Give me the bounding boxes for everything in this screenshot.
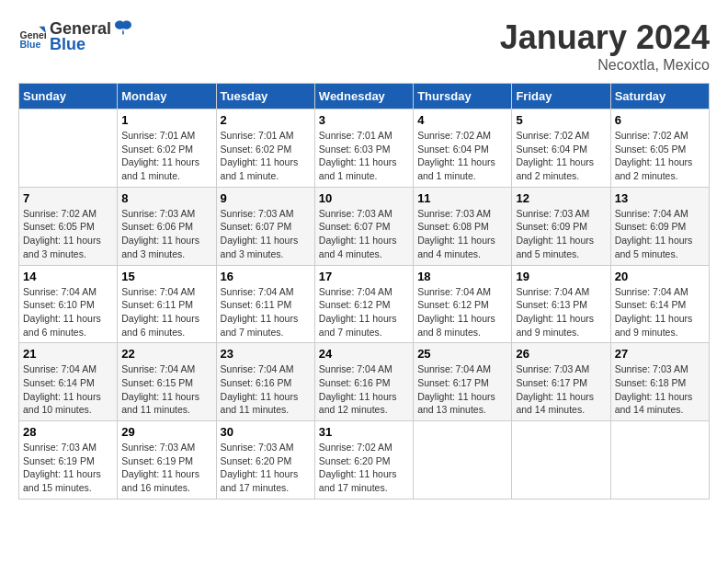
calendar-cell: 22Sunrise: 7:04 AM Sunset: 6:15 PM Dayli… xyxy=(118,343,216,421)
calendar-cell: 8Sunrise: 7:03 AM Sunset: 6:06 PM Daylig… xyxy=(118,187,216,265)
calendar-cell: 20Sunrise: 7:04 AM Sunset: 6:14 PM Dayli… xyxy=(610,265,709,343)
day-number: 4 xyxy=(417,113,507,127)
day-number: 19 xyxy=(516,270,606,283)
calendar-body: 1Sunrise: 7:01 AM Sunset: 6:02 PM Daylig… xyxy=(19,109,710,500)
day-info: Sunrise: 7:03 AM Sunset: 6:20 PM Dayligh… xyxy=(221,441,311,495)
title-area: January 2024 Necoxtla, Mexico xyxy=(500,18,710,74)
calendar-cell: 4Sunrise: 7:02 AM Sunset: 6:04 PM Daylig… xyxy=(414,109,512,188)
calendar-cell: 7Sunrise: 7:02 AM Sunset: 6:05 PM Daylig… xyxy=(19,187,118,265)
day-info: Sunrise: 7:03 AM Sunset: 6:09 PM Dayligh… xyxy=(516,207,606,261)
weekday-header-monday: Monday xyxy=(118,84,216,109)
calendar-cell: 3Sunrise: 7:01 AM Sunset: 6:03 PM Daylig… xyxy=(314,109,413,188)
calendar-cell xyxy=(610,421,709,500)
calendar-cell: 17Sunrise: 7:04 AM Sunset: 6:12 PM Dayli… xyxy=(314,265,413,343)
day-info: Sunrise: 7:02 AM Sunset: 6:20 PM Dayligh… xyxy=(319,441,409,495)
day-info: Sunrise: 7:02 AM Sunset: 6:04 PM Dayligh… xyxy=(417,129,507,183)
calendar-cell: 10Sunrise: 7:03 AM Sunset: 6:07 PM Dayli… xyxy=(314,187,413,265)
day-number: 9 xyxy=(221,191,311,205)
day-number: 21 xyxy=(23,347,113,361)
calendar-cell xyxy=(414,421,512,500)
calendar-table: SundayMondayTuesdayWednesdayThursdayFrid… xyxy=(18,83,710,500)
day-number: 1 xyxy=(121,113,211,127)
calendar-cell: 11Sunrise: 7:03 AM Sunset: 6:08 PM Dayli… xyxy=(414,187,512,265)
day-number: 10 xyxy=(319,191,409,205)
day-number: 29 xyxy=(121,425,211,439)
calendar-cell: 21Sunrise: 7:04 AM Sunset: 6:14 PM Dayli… xyxy=(19,343,118,421)
day-info: Sunrise: 7:04 AM Sunset: 6:12 PM Dayligh… xyxy=(319,285,409,339)
calendar-cell: 5Sunrise: 7:02 AM Sunset: 6:04 PM Daylig… xyxy=(512,109,610,188)
day-info: Sunrise: 7:03 AM Sunset: 6:19 PM Dayligh… xyxy=(23,441,113,495)
day-info: Sunrise: 7:04 AM Sunset: 6:14 PM Dayligh… xyxy=(615,285,705,339)
calendar-cell xyxy=(19,109,118,188)
day-number: 17 xyxy=(319,270,409,283)
day-number: 31 xyxy=(319,425,409,439)
calendar-cell: 27Sunrise: 7:03 AM Sunset: 6:18 PM Dayli… xyxy=(610,343,709,421)
day-info: Sunrise: 7:01 AM Sunset: 6:02 PM Dayligh… xyxy=(221,129,311,183)
calendar-cell: 28Sunrise: 7:03 AM Sunset: 6:19 PM Dayli… xyxy=(19,421,118,500)
calendar-cell: 13Sunrise: 7:04 AM Sunset: 6:09 PM Dayli… xyxy=(610,187,709,265)
calendar-cell: 14Sunrise: 7:04 AM Sunset: 6:10 PM Dayli… xyxy=(19,265,118,343)
day-info: Sunrise: 7:03 AM Sunset: 6:08 PM Dayligh… xyxy=(417,207,507,261)
calendar-cell: 19Sunrise: 7:04 AM Sunset: 6:13 PM Dayli… xyxy=(512,265,610,343)
day-number: 2 xyxy=(221,113,311,127)
day-number: 23 xyxy=(221,347,311,361)
calendar-cell xyxy=(512,421,610,500)
day-number: 11 xyxy=(417,191,507,205)
day-info: Sunrise: 7:04 AM Sunset: 6:11 PM Dayligh… xyxy=(121,285,211,339)
day-info: Sunrise: 7:04 AM Sunset: 6:09 PM Dayligh… xyxy=(615,207,705,261)
calendar-cell: 18Sunrise: 7:04 AM Sunset: 6:12 PM Dayli… xyxy=(414,265,512,343)
day-info: Sunrise: 7:03 AM Sunset: 6:06 PM Dayligh… xyxy=(121,207,211,261)
weekday-header-thursday: Thursday xyxy=(414,84,512,109)
calendar-week-row: 14Sunrise: 7:04 AM Sunset: 6:10 PM Dayli… xyxy=(19,265,710,343)
day-info: Sunrise: 7:04 AM Sunset: 6:16 PM Dayligh… xyxy=(319,362,409,417)
day-number: 12 xyxy=(516,191,606,205)
day-info: Sunrise: 7:02 AM Sunset: 6:04 PM Dayligh… xyxy=(516,129,606,183)
logo-bird-icon xyxy=(113,18,133,39)
weekday-header-tuesday: Tuesday xyxy=(216,84,314,109)
calendar-cell: 2Sunrise: 7:01 AM Sunset: 6:02 PM Daylig… xyxy=(216,109,314,188)
day-info: Sunrise: 7:03 AM Sunset: 6:17 PM Dayligh… xyxy=(516,362,606,417)
day-info: Sunrise: 7:02 AM Sunset: 6:05 PM Dayligh… xyxy=(615,129,705,183)
logo-icon: General Blue xyxy=(18,23,46,51)
page-header: General Blue General Blue January 2024 N… xyxy=(18,18,710,74)
day-info: Sunrise: 7:03 AM Sunset: 6:18 PM Dayligh… xyxy=(615,362,705,417)
calendar-week-row: 21Sunrise: 7:04 AM Sunset: 6:14 PM Dayli… xyxy=(19,343,710,421)
day-number: 18 xyxy=(417,270,507,283)
calendar-week-row: 1Sunrise: 7:01 AM Sunset: 6:02 PM Daylig… xyxy=(19,109,710,188)
day-number: 6 xyxy=(615,113,705,127)
day-number: 13 xyxy=(615,191,705,205)
day-info: Sunrise: 7:01 AM Sunset: 6:03 PM Dayligh… xyxy=(319,129,409,183)
day-number: 28 xyxy=(23,425,113,439)
day-number: 7 xyxy=(23,191,113,205)
calendar-cell: 29Sunrise: 7:03 AM Sunset: 6:19 PM Dayli… xyxy=(118,421,216,500)
day-number: 30 xyxy=(221,425,311,439)
calendar-cell: 30Sunrise: 7:03 AM Sunset: 6:20 PM Dayli… xyxy=(216,421,314,500)
day-info: Sunrise: 7:01 AM Sunset: 6:02 PM Dayligh… xyxy=(121,129,211,183)
logo: General Blue General Blue xyxy=(18,18,133,54)
calendar-cell: 25Sunrise: 7:04 AM Sunset: 6:17 PM Dayli… xyxy=(414,343,512,421)
day-info: Sunrise: 7:04 AM Sunset: 6:10 PM Dayligh… xyxy=(23,285,113,339)
weekday-header-friday: Friday xyxy=(512,84,610,109)
svg-text:Blue: Blue xyxy=(20,39,41,50)
day-number: 22 xyxy=(121,347,211,361)
day-number: 27 xyxy=(615,347,705,361)
day-number: 20 xyxy=(615,270,705,283)
day-info: Sunrise: 7:03 AM Sunset: 6:07 PM Dayligh… xyxy=(221,207,311,261)
weekday-header-row: SundayMondayTuesdayWednesdayThursdayFrid… xyxy=(19,84,710,109)
day-info: Sunrise: 7:04 AM Sunset: 6:13 PM Dayligh… xyxy=(516,285,606,339)
calendar-cell: 16Sunrise: 7:04 AM Sunset: 6:11 PM Dayli… xyxy=(216,265,314,343)
calendar-cell: 9Sunrise: 7:03 AM Sunset: 6:07 PM Daylig… xyxy=(216,187,314,265)
calendar-cell: 6Sunrise: 7:02 AM Sunset: 6:05 PM Daylig… xyxy=(610,109,709,188)
day-info: Sunrise: 7:03 AM Sunset: 6:19 PM Dayligh… xyxy=(121,441,211,495)
day-info: Sunrise: 7:04 AM Sunset: 6:17 PM Dayligh… xyxy=(417,362,507,417)
day-info: Sunrise: 7:02 AM Sunset: 6:05 PM Dayligh… xyxy=(23,207,113,261)
day-info: Sunrise: 7:04 AM Sunset: 6:14 PM Dayligh… xyxy=(23,362,113,417)
calendar-week-row: 28Sunrise: 7:03 AM Sunset: 6:19 PM Dayli… xyxy=(19,421,710,500)
calendar-cell: 15Sunrise: 7:04 AM Sunset: 6:11 PM Dayli… xyxy=(118,265,216,343)
calendar-cell: 24Sunrise: 7:04 AM Sunset: 6:16 PM Dayli… xyxy=(314,343,413,421)
day-number: 15 xyxy=(121,270,211,283)
day-number: 24 xyxy=(319,347,409,361)
calendar-week-row: 7Sunrise: 7:02 AM Sunset: 6:05 PM Daylig… xyxy=(19,187,710,265)
day-number: 14 xyxy=(23,270,113,283)
calendar-cell: 31Sunrise: 7:02 AM Sunset: 6:20 PM Dayli… xyxy=(314,421,413,500)
